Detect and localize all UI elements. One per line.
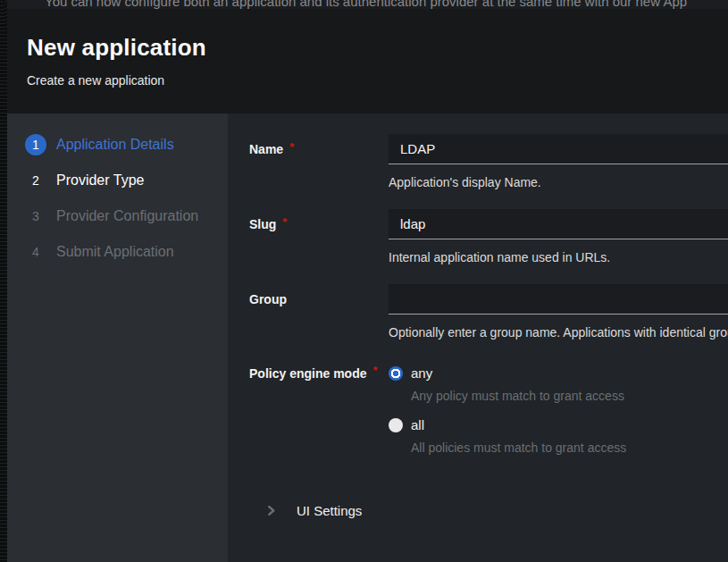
name-input[interactable] — [389, 134, 728, 164]
wizard-step-provider-type[interactable]: 2 Provider Type — [7, 163, 228, 198]
required-asterisk: * — [282, 215, 287, 229]
policy-mode-any-help: Any policy must match to grant access — [411, 389, 728, 403]
step-number-badge: 4 — [25, 241, 46, 263]
modal-body: 1 Application Details 2 Provider Type 3 … — [7, 113, 728, 562]
radio-label[interactable]: all — [411, 417, 424, 432]
name-field-label: Name* — [249, 134, 389, 164]
required-asterisk: * — [372, 364, 377, 377]
modal-subtitle: Create a new application — [27, 73, 707, 88]
background-banner-text: You can now configure both an applicatio… — [45, 0, 728, 9]
policy-mode-option-any: any Any policy must match to grant acces… — [389, 365, 728, 403]
radio-button-icon[interactable] — [389, 418, 403, 432]
policy-engine-mode-row: Policy engine mode* any Any policy must … — [249, 365, 728, 469]
radio-label[interactable]: any — [411, 365, 432, 381]
group-help-text: Optionally enter a group name. Applicati… — [389, 325, 728, 340]
page-edge-strip — [0, 0, 7, 562]
wizard-step-provider-configuration[interactable]: 3 Provider Configuration — [7, 198, 228, 234]
group-input[interactable] — [389, 284, 728, 315]
application-details-form: Name* Application's display Name. Slug* … — [228, 113, 728, 562]
policy-engine-mode-label: Policy engine mode* — [249, 365, 389, 382]
slug-input[interactable] — [389, 209, 728, 239]
step-number-badge: 3 — [25, 206, 46, 227]
ui-settings-label: UI Settings — [297, 503, 362, 518]
policy-mode-any-radio-row[interactable]: any — [389, 365, 728, 381]
slug-field-row: Slug* Internal application name used in … — [249, 209, 728, 264]
required-asterisk: * — [289, 140, 294, 154]
step-label: Application Details — [56, 137, 174, 153]
name-help-text: Application's display Name. — [389, 175, 728, 189]
new-application-modal: New application Create a new application… — [7, 9, 728, 562]
wizard-step-nav: 1 Application Details 2 Provider Type 3 … — [7, 113, 228, 562]
step-number-badge: 2 — [25, 170, 46, 191]
policy-mode-option-all: all All policies must match to grant acc… — [389, 417, 728, 455]
wizard-step-application-details[interactable]: 1 Application Details — [7, 127, 228, 163]
modal-title: New application — [27, 34, 707, 62]
modal-header: New application Create a new application — [7, 9, 728, 113]
group-field-row: Group Optionally enter a group name. App… — [249, 284, 728, 340]
step-label: Submit Application — [56, 244, 174, 260]
name-field-row: Name* Application's display Name. — [249, 134, 728, 189]
step-number-badge: 1 — [25, 134, 46, 155]
ui-settings-expander[interactable]: UI Settings — [249, 503, 728, 518]
policy-mode-all-help: All policies must match to grant access — [411, 440, 728, 455]
step-label: Provider Configuration — [56, 208, 198, 224]
slug-help-text: Internal application name used in URLs. — [389, 250, 728, 264]
group-field-label: Group — [249, 284, 389, 315]
wizard-step-submit-application[interactable]: 4 Submit Application — [7, 234, 228, 270]
step-label: Provider Type — [56, 172, 144, 189]
chevron-right-icon — [266, 506, 276, 516]
slug-field-label: Slug* — [249, 209, 389, 239]
policy-mode-all-radio-row[interactable]: all — [389, 417, 728, 432]
background-banner: You can now configure both an applicatio… — [0, 0, 728, 9]
radio-button-icon[interactable] — [389, 366, 403, 381]
